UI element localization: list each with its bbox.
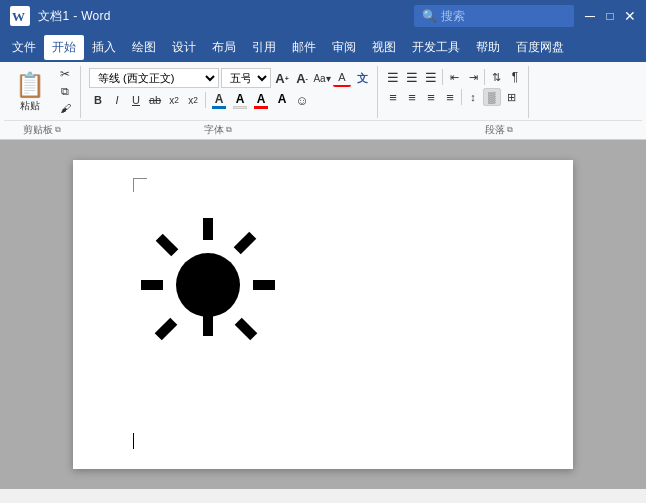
menu-bar: 文件 开始 插入 绘图 设计 布局 引用 邮件 审阅 视图 开发工具 帮助 百度… <box>0 32 646 62</box>
clipboard-group: 📋 粘贴 ✂ ⧉ 🖌 <box>4 66 81 118</box>
italic-button[interactable]: I <box>108 91 126 109</box>
font-color-red-bar <box>254 106 268 109</box>
multilevel-list-button[interactable]: ☰ <box>422 68 440 86</box>
paragraph-group-label: 段落 <box>485 123 505 137</box>
cut-button[interactable]: ✂ <box>54 66 76 82</box>
format-painter-icon: 🖌 <box>60 102 71 114</box>
highlight-letter: A <box>236 92 245 106</box>
separator4 <box>461 89 462 105</box>
text-cursor <box>133 433 134 449</box>
increase-font-button[interactable]: A+ <box>273 69 291 87</box>
search-bar[interactable]: 🔍 <box>414 5 574 27</box>
menu-home[interactable]: 开始 <box>44 35 84 60</box>
highlight-color-button[interactable]: A <box>230 90 250 110</box>
search-icon: 🔍 <box>422 9 437 23</box>
indent-increase-button[interactable]: ⇥ <box>464 68 482 86</box>
clear-format2-button[interactable]: A <box>272 90 292 110</box>
separator2 <box>442 69 443 85</box>
ray-bottomright <box>235 318 258 341</box>
ray-topright <box>234 232 257 255</box>
strikethrough-button[interactable]: ab <box>146 91 164 109</box>
menu-baidu[interactable]: 百度网盘 <box>508 35 572 60</box>
search-input[interactable] <box>441 9 561 23</box>
copy-button[interactable]: ⧉ <box>54 83 76 99</box>
paste-icon: 📋 <box>15 71 45 99</box>
ray-right <box>253 280 275 290</box>
menu-mailings[interactable]: 邮件 <box>284 35 324 60</box>
menu-insert[interactable]: 插入 <box>84 35 124 60</box>
paste-button[interactable]: 📋 粘贴 <box>8 66 52 118</box>
emoji-button[interactable]: ☺ <box>293 91 311 109</box>
clear-format-button[interactable]: A <box>333 69 351 87</box>
minimize-button[interactable]: ─ <box>582 8 598 24</box>
menu-layout[interactable]: 布局 <box>204 35 244 60</box>
font-color-button[interactable]: A <box>209 90 229 110</box>
cut-icon: ✂ <box>60 67 70 81</box>
sun-circle <box>176 253 240 317</box>
clipboard-expand-icon[interactable]: ⧉ <box>55 125 61 135</box>
copy-icon: ⧉ <box>61 85 69 98</box>
subscript-button[interactable]: x2 <box>165 91 183 109</box>
font-group-label: 字体 <box>204 123 224 137</box>
indent-decrease-button[interactable]: ⇤ <box>445 68 463 86</box>
case-button[interactable]: Aa▾ <box>313 69 331 87</box>
ray-top <box>203 218 213 240</box>
clipboard-label: 剪贴板 <box>23 123 53 137</box>
font-color-letter: A <box>215 92 224 106</box>
format-painter-button[interactable]: 🖌 <box>54 100 76 116</box>
align-center-button[interactable]: ≡ <box>403 88 421 106</box>
line-spacing-button[interactable]: ↕ <box>464 88 482 106</box>
decrease-font-button[interactable]: A- <box>293 69 311 87</box>
menu-view[interactable]: 视图 <box>364 35 404 60</box>
underline-button[interactable]: U <box>127 91 145 109</box>
ray-bottom <box>203 314 213 336</box>
text-effects-button[interactable]: 文 <box>353 69 371 87</box>
page-corner-marker <box>133 178 147 192</box>
align-right-button[interactable]: ≡ <box>422 88 440 106</box>
menu-review[interactable]: 审阅 <box>324 35 364 60</box>
title-bar: W 文档1 - Word 🔍 ─ □ ✕ <box>0 0 646 32</box>
align-justify-button[interactable]: ≡ <box>441 88 459 106</box>
document-page[interactable] <box>73 160 573 469</box>
maximize-button[interactable]: □ <box>602 8 618 24</box>
sort-button[interactable]: ⇅ <box>487 68 505 86</box>
bullet-list-button[interactable]: ☰ <box>384 68 402 86</box>
document-area[interactable] <box>0 140 646 489</box>
numbered-list-button[interactable]: ☰ <box>403 68 421 86</box>
menu-file[interactable]: 文件 <box>4 35 44 60</box>
ray-topleft <box>156 234 179 257</box>
font-color-red-button[interactable]: A <box>251 90 271 110</box>
font-size-select[interactable]: 五号 <box>221 68 271 88</box>
borders-button[interactable]: ⊞ <box>502 88 520 106</box>
font-expand-icon[interactable]: ⧉ <box>226 125 232 135</box>
align-left-button[interactable]: ≡ <box>384 88 402 106</box>
paragraph-expand-icon[interactable]: ⧉ <box>507 125 513 135</box>
window-title: 文档1 - Word <box>38 8 414 25</box>
show-marks-button[interactable]: ¶ <box>506 68 524 86</box>
menu-help[interactable]: 帮助 <box>468 35 508 60</box>
font-name-select[interactable]: 等线 (西文正文) <box>89 68 219 88</box>
superscript-button[interactable]: x2 <box>184 91 202 109</box>
clear-letter: A <box>278 92 287 106</box>
separator3 <box>484 69 485 85</box>
close-button[interactable]: ✕ <box>622 8 638 24</box>
bold-button[interactable]: B <box>89 91 107 109</box>
sun-svg <box>133 200 283 360</box>
sun-drawing <box>133 200 283 360</box>
ribbon-labels: 剪贴板 ⧉ 字体 ⧉ 段落 ⧉ <box>4 120 642 137</box>
separator <box>205 92 206 108</box>
menu-draw[interactable]: 绘图 <box>124 35 164 60</box>
font-color-red-letter: A <box>257 92 266 106</box>
menu-design[interactable]: 设计 <box>164 35 204 60</box>
highlight-bar <box>233 106 247 109</box>
clipboard-small-buttons: ✂ ⧉ 🖌 <box>54 66 76 116</box>
word-app-icon: W <box>8 4 32 28</box>
shading-button[interactable]: ▒ <box>483 88 501 106</box>
font-color-bar <box>212 106 226 109</box>
paste-label: 粘贴 <box>20 99 40 113</box>
menu-references[interactable]: 引用 <box>244 35 284 60</box>
clear-bar <box>275 106 289 109</box>
menu-developer[interactable]: 开发工具 <box>404 35 468 60</box>
svg-text:W: W <box>12 9 25 24</box>
font-group: 等线 (西文正文) 五号 A+ A- Aa▾ A 文 B I U ab x2 x… <box>83 66 378 118</box>
